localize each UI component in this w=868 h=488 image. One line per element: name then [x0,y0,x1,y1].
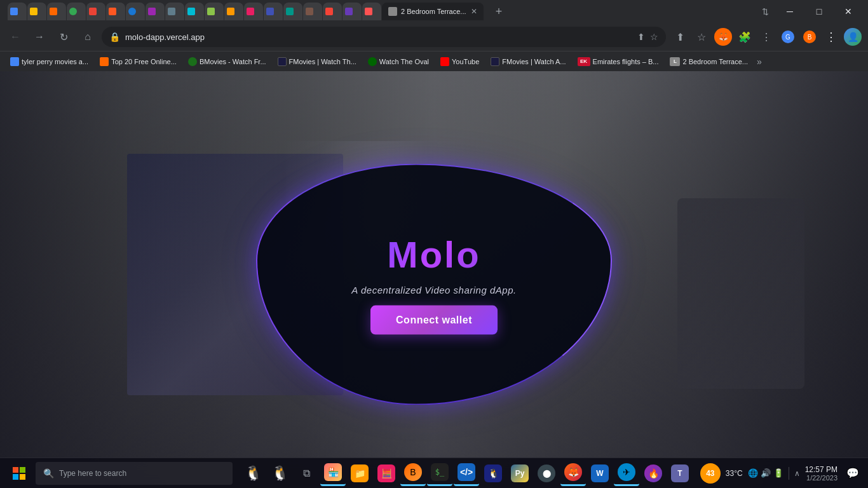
tab-14[interactable] [264,3,283,20]
tab-5[interactable] [86,3,105,20]
bookmark-icon[interactable]: ☆ [691,27,712,47]
toolbar-icons: ⬆ ☆ 🦊 🧩 ⋮ G B ⋮ 👤 [670,27,863,47]
bookmark-oval-label: Watch The Oval [379,58,429,65]
tabs-container: 2 Bedroom Terrace... ✕ + [5,0,752,23]
tab-2[interactable] [27,3,46,20]
profile-avatar[interactable]: 👤 [843,27,863,47]
forward-button[interactable]: → [29,27,50,47]
tab-8[interactable] [146,3,165,20]
bookmark-fmovies1[interactable]: FMovies | Watch Th... [273,54,362,69]
taskbar-app-firefox[interactable]: 🦊 [560,461,586,486]
refresh-button[interactable]: ↻ [53,27,74,47]
taskbar-app-code[interactable]: </> [454,461,479,486]
taskbar-app-store[interactable]: 🏪 [320,461,346,486]
tab-11[interactable] [205,3,224,20]
window-restore-button[interactable]: ⇅ [755,1,775,22]
tab-19[interactable] [362,3,381,20]
taskbar: 🔍 Type here to search 🐧 🐧 ⧉ 🏪 📁 [0,458,868,488]
bookmark-fmovies2-label: FMovies | Watch A... [502,58,566,65]
tab-15[interactable] [283,3,302,20]
svg-rect-1 [20,467,25,473]
chevron-up-icon[interactable]: ∧ [794,469,800,478]
back-button[interactable]: ← [5,27,25,47]
taskbar-app-penguin-distro[interactable]: 🐧 [480,461,506,486]
share-icon[interactable]: ⬆ [637,32,645,42]
svg-rect-0 [13,467,18,473]
tab-7[interactable] [126,3,145,20]
maximize-button[interactable]: □ [804,1,834,22]
taskbar-app-circle[interactable]: ⬤ [534,461,559,486]
taskbar-penguin1[interactable]: 🐧 [240,461,266,486]
taskbar-app-browser[interactable]: B [400,461,426,486]
battery-icon[interactable]: 🔋 [773,468,783,478]
tab-close-icon[interactable]: ✕ [471,7,477,16]
clock[interactable]: 12:57 PM 1/22/2023 [805,465,837,482]
temperature-display[interactable]: 33°C [726,469,743,478]
taskbar-apps: 🐧 🐧 ⧉ 🏪 📁 🧮 B $_ [240,461,693,486]
bookmark-bmovies[interactable]: BMovies - Watch Fr... [183,54,271,69]
tab-6[interactable] [106,3,125,20]
tab-3[interactable] [47,3,66,20]
bookmark-oval[interactable]: Watch The Oval [363,54,434,69]
connect-wallet-button[interactable]: Connect wallet [370,306,498,335]
new-tab-button[interactable]: + [490,3,508,20]
settings-icon[interactable]: ⋮ [756,27,776,47]
taskbar-app-terminal[interactable]: $_ [427,461,452,486]
tab-9[interactable] [165,3,184,20]
network-icon[interactable]: 🌐 [748,468,758,478]
notification-center-button[interactable]: 💬 [843,463,863,484]
bookmark-emirates[interactable]: EK Emirates flights – B... [573,54,664,69]
app-title: Molo [387,234,480,274]
taskbar-search-text: Type here to search [59,469,126,478]
tab-10[interactable] [185,3,204,20]
bookmark-bmovies-label: BMovies - Watch Fr... [200,58,266,65]
bookmark-bedroom-label: 2 Bedroom Terrace... [682,58,748,65]
minimize-button[interactable]: ─ [775,1,804,22]
taskbar-app-python[interactable]: Py [507,461,532,486]
taskbar-app-teams[interactable]: T [667,461,693,486]
tab-18[interactable] [342,3,362,20]
lock-icon: 🔒 [109,32,120,42]
app-subtitle: A decentralized Video sharing dApp. [351,285,516,295]
ext-1[interactable]: G [778,27,798,47]
tab-1[interactable] [8,3,27,20]
ext-2[interactable]: B [799,27,820,47]
address-bar[interactable]: 🔒 molo-dapp.vercel.app ⬆ ☆ [102,27,666,47]
bookmark-bedroom[interactable]: L 2 Bedroom Terrace... [665,54,753,69]
clock-date: 1/22/2023 [805,474,837,482]
active-tab-title: 2 Bedroom Terrace... [401,8,467,15]
tab-12[interactable] [224,3,243,20]
notification-badge[interactable]: 43 [700,463,721,484]
share-toolbar-icon[interactable]: ⬆ [670,27,690,47]
taskbar-app-calc[interactable]: 🧮 [374,461,399,486]
volume-icon[interactable]: 🔊 [761,468,771,478]
task-view-button[interactable]: ⧉ [294,461,319,486]
start-button[interactable] [5,459,33,487]
bookmark-fmovies2[interactable]: FMovies | Watch A... [485,54,571,69]
bookmark-star-icon[interactable]: ☆ [650,32,658,42]
taskbar-penguin2[interactable]: 🐧 [267,461,292,486]
chrome-menu[interactable]: ⋮ [821,27,841,47]
home-button[interactable]: ⌂ [78,27,98,47]
extensions-icon[interactable]: 🧩 [735,27,755,47]
tab-4[interactable] [67,3,86,20]
taskbar-app-word[interactable]: W [587,461,613,486]
taskbar-app-librefox[interactable]: 🔥 [641,461,666,486]
tab-active[interactable]: 2 Bedroom Terrace... ✕ [382,3,484,20]
bookmarks-more-icon[interactable]: » [757,57,762,67]
taskbar-search[interactable]: 🔍 Type here to search [36,462,233,485]
taskbar-app-files[interactable]: 📁 [347,461,372,486]
bookmark-top20[interactable]: Top 20 Free Online... [95,54,182,69]
tab-16[interactable] [303,3,322,20]
tab-13[interactable] [244,3,263,20]
tab-17[interactable] [323,3,342,20]
content-area: Molo A decentralized Video sharing dApp.… [0,71,868,488]
profile-menu-icon[interactable]: 🦊 [713,27,733,47]
bookmarks-bar: tyler perry movies a... Top 20 Free Onli… [0,51,868,71]
bookmark-youtube[interactable]: YouTube [435,54,484,69]
url-text: molo-dapp.vercel.app [125,32,632,42]
bookmark-fmovies1-label: FMovies | Watch Th... [289,58,356,65]
close-button[interactable]: ✕ [834,1,863,22]
taskbar-app-telegram[interactable]: ✈ [614,461,639,486]
bookmark-tyler[interactable]: tyler perry movies a... [5,54,93,69]
